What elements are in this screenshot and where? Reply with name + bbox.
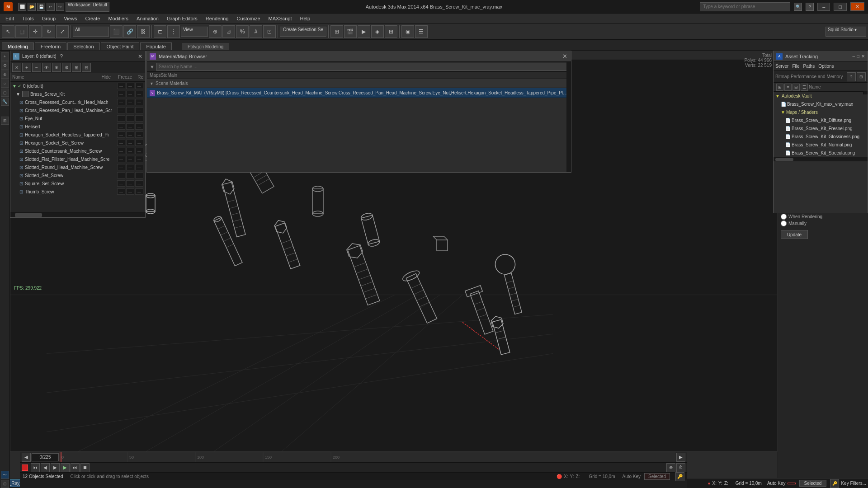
menu-item-edit[interactable]: Edit [2, 15, 18, 22]
undo-btn[interactable]: ↩ [47, 3, 55, 11]
workspace-dropdown[interactable]: Workspace: Default [66, 2, 109, 12]
open-btn[interactable]: 📂 [28, 3, 36, 11]
save-btn[interactable]: 💾 [37, 3, 45, 11]
render-btn[interactable]: ▶ [358, 25, 370, 38]
at-row-maxfile[interactable]: 📄 Brass_Screw_Kit_max_vray.max [779, 100, 868, 108]
time-config-btn[interactable]: ⏱ [676, 463, 685, 472]
at-close-btn[interactable]: ✕ [861, 54, 865, 59]
autoback-btn[interactable]: ◉ [401, 25, 414, 38]
expand-anim-icon[interactable]: ▶ [676, 453, 685, 462]
tab-modeling[interactable]: Modeling [2, 42, 34, 50]
view-dropdown[interactable]: View [181, 27, 208, 37]
toggle-anim-icon[interactable]: ◀ [22, 453, 31, 462]
mirror-btn[interactable]: ⊏ [154, 25, 166, 38]
percent-snap-btn[interactable]: % [236, 25, 249, 38]
at-vscroll[interactable] [863, 91, 868, 94]
settings-btn[interactable]: ⚙ [62, 63, 71, 72]
layer-panel-minimize[interactable]: ? [60, 53, 63, 60]
create-panel-icon[interactable]: + [1, 52, 9, 61]
mat-browser-scrollbar[interactable] [566, 62, 571, 172]
menu-item-maxscript[interactable]: MAXScript [265, 15, 296, 22]
mat-search-input[interactable] [156, 63, 568, 71]
menu-item-customize[interactable]: Customize [233, 15, 264, 22]
render-frame-btn[interactable]: ⊞ [385, 25, 397, 38]
freeze-btn[interactable]: ❄ [52, 63, 61, 72]
menu-item-rendering[interactable]: Rendering [202, 15, 232, 22]
manually-radio-input[interactable] [781, 221, 787, 226]
layer-row-default[interactable]: ▼ ✓ 0 (default) — — — [10, 82, 145, 90]
play-all-btn[interactable]: ⏭ [71, 463, 80, 472]
at-hscroll-thumb[interactable] [775, 158, 793, 161]
at-hscroll[interactable] [774, 157, 868, 161]
create-selection-btn[interactable]: Create Selection Se [280, 27, 326, 37]
render-setup-btn[interactable]: 🎬 [344, 25, 357, 38]
delete-layer-btn[interactable]: − [32, 63, 41, 72]
at-row-fresnel[interactable]: 📄 Brass_Screw_Kit_Fresnel.png [783, 124, 868, 132]
unlink-btn[interactable]: ⛓ [137, 25, 150, 38]
at-row-vault[interactable]: ▼ Autodesk Vault [774, 92, 868, 100]
maximize-button[interactable]: □ [834, 3, 847, 11]
at-row-specular[interactable]: 📄 Brass_Screw_Kit_Specular.png [783, 149, 868, 157]
menu-item-graph editors[interactable]: Graph Editors [163, 15, 201, 22]
mini-curve-editor-icon[interactable]: 〜 [1, 471, 9, 479]
at-menu-paths[interactable]: Paths [803, 64, 815, 69]
layer-checkbox-brass[interactable] [22, 91, 28, 97]
h1[interactable]: — [117, 99, 125, 105]
mat-browser-close[interactable]: ✕ [561, 53, 568, 60]
layer-row-helisert[interactable]: ⊡ Helisert — — — [10, 122, 145, 131]
collapse-btn[interactable]: ⊟ [82, 63, 91, 72]
next-frame-btn[interactable]: ▶ [51, 463, 60, 472]
play-btn[interactable]: ⏮ [31, 463, 40, 472]
layer-row-brass[interactable]: ▼ Brass_Screw_Kit — — — [10, 90, 145, 98]
close-panel-btn[interactable]: ✕ [12, 63, 21, 72]
select-object-btn[interactable]: ↖ [2, 25, 14, 38]
at-row-glossiness[interactable]: 📄 Brass_Screw_Kit_Glossiness.png [783, 132, 868, 141]
layer-row-slotted-ff[interactable]: ⊡ Slotted_Flat_Filister_Head_Machine_Scr… [10, 155, 145, 163]
tab-object-paint[interactable]: Object Paint [101, 42, 140, 50]
tab-populate[interactable]: Populate [140, 42, 171, 50]
layer-row-crosspan[interactable]: ⊡ Cross_Recessed_Pan_Head_Machine_Scr — … [10, 106, 145, 114]
layer-scrollbar[interactable] [10, 212, 145, 217]
hide-dot[interactable]: — [117, 83, 125, 89]
mat-scene-material-row[interactable]: V Brass_Screw_Kit_MAT (VRayMtl) [Cross_R… [147, 88, 571, 98]
at-list-btn[interactable]: ≡ [784, 84, 792, 91]
menu-item-modifiers[interactable]: Modifiers [104, 15, 132, 22]
layer-scroll-thumb[interactable] [15, 213, 42, 217]
at-row-diffuse[interactable]: 📄 Brass_Screw_Kit_Diffuse.png [783, 116, 868, 124]
viewport-layout-icon[interactable]: ⊞ [1, 117, 9, 125]
at-row-maps[interactable]: ▼ Maps / Shaders [779, 108, 868, 116]
add-layer-btn[interactable]: + [22, 63, 31, 72]
help-icon[interactable]: ? [806, 3, 814, 11]
at-minimize-btn[interactable]: – [852, 54, 855, 59]
select-filter-btn[interactable]: ⬛ [110, 25, 123, 38]
layer-row-hexsocket[interactable]: ⊡ Hexagon_Socket_Headless_Tappered_Pi — … [10, 131, 145, 139]
at-menu-file[interactable]: File [792, 64, 799, 69]
utility-panel-icon[interactable]: 🔧 [1, 98, 9, 106]
search-icon[interactable]: 🔍 [794, 3, 802, 11]
squid-studio-dropdown[interactable]: Squid Studio ▾ [826, 27, 866, 37]
hierarchy-panel-icon[interactable]: ⊕ [1, 70, 9, 79]
update-button[interactable]: Update [781, 230, 808, 239]
at-row-normal[interactable]: 📄 Brass_Screw_Kit_Normal.png [783, 141, 868, 149]
menu-item-views[interactable]: Views [60, 15, 80, 22]
at-tb-btn-1[interactable]: ? [847, 72, 856, 81]
snap-btn[interactable]: ⊕ [209, 25, 222, 38]
named-sel-btn[interactable]: ⊡ [263, 25, 276, 38]
key-filters-btn[interactable]: 🔑 [675, 472, 684, 481]
material-editor-btn[interactable]: ⊞ [330, 25, 343, 38]
tab-selection[interactable]: Selection [67, 42, 99, 50]
timeline-bar[interactable]: 0 50 100 150 200 [60, 452, 675, 462]
minimize-button[interactable]: – [817, 3, 830, 11]
layer-panel-close[interactable]: ✕ [138, 53, 142, 60]
at-tb-btn-2[interactable]: ⊞ [857, 72, 866, 81]
menu-item-group[interactable]: Group [38, 15, 60, 22]
render-dot-brass[interactable]: — [135, 91, 143, 97]
select-region-btn[interactable]: ⬚ [15, 25, 28, 38]
search-input[interactable] [700, 2, 790, 11]
at-menu-server[interactable]: Server [775, 64, 788, 69]
menu-item-animation[interactable]: Animation [133, 15, 162, 22]
autokey-toggle[interactable] [788, 483, 796, 484]
rotate-btn[interactable]: ↻ [42, 25, 55, 38]
freeze-dot[interactable]: — [126, 83, 134, 89]
layer-row-hexset[interactable]: ⊡ Hexagon_Socket_Set_Screw — — — [10, 139, 145, 147]
